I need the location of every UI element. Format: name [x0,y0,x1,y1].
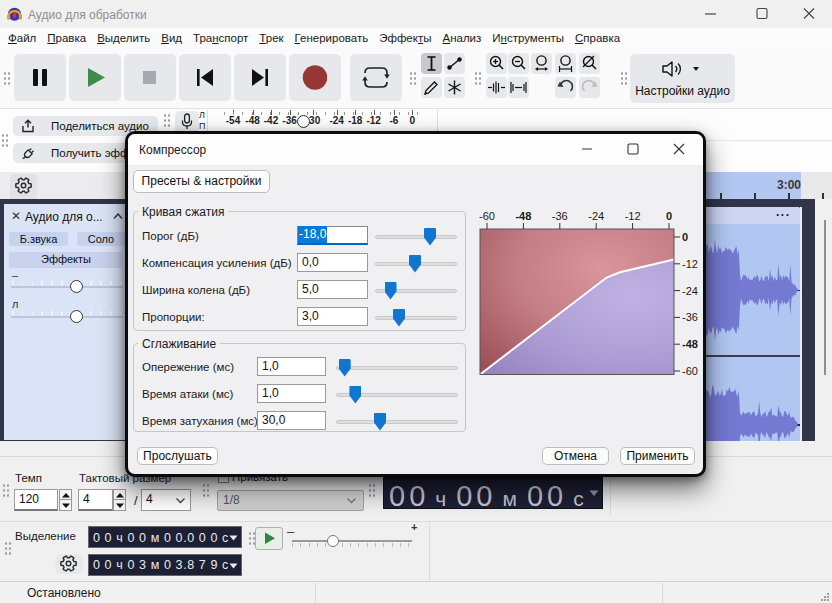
svg-text:-60: -60 [479,210,495,222]
svg-text:-36: -36 [682,311,698,323]
svg-text:-36: -36 [552,210,568,222]
svg-text:-24: -24 [588,210,604,222]
svg-text:0: 0 [682,231,688,243]
svg-text:-48: -48 [682,338,698,350]
svg-text:-48: -48 [515,210,531,222]
svg-text:-12: -12 [625,210,641,222]
svg-text:0: 0 [666,210,672,222]
svg-text:-60: -60 [682,365,698,377]
svg-text:-24: -24 [682,285,698,297]
svg-text:-12: -12 [682,258,698,270]
